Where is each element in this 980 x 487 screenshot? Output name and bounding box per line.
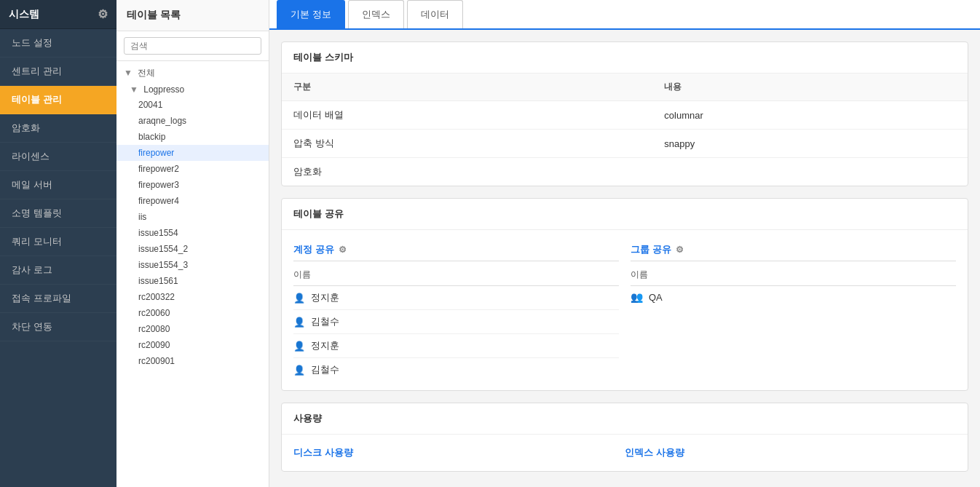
account-sharing-gear-icon[interactable]: ⚙ xyxy=(339,245,347,255)
sidebar-item-license[interactable]: 라이센스 xyxy=(0,143,116,171)
sidebar-item-encrypt[interactable]: 암호화 xyxy=(0,114,116,143)
user-name: 김철수 xyxy=(311,363,339,376)
sidebar-header: 시스템 ⚙ xyxy=(0,0,116,29)
tree-item[interactable]: issue1554_2 xyxy=(116,241,269,257)
user-icon: 👤 xyxy=(293,317,305,328)
schema-col-header-2: 내용 xyxy=(652,74,968,101)
schema-key: 암호화 xyxy=(282,158,652,186)
sidebar-title: 시스템 xyxy=(9,8,39,21)
sharing-section: 테이블 공유 계정 공유 ⚙ 이름 👤정지훈👤김철수👤정지훈👤김철수 xyxy=(281,198,968,391)
group-name: QA xyxy=(649,292,663,303)
table-row: 데이터 배열columnar xyxy=(282,101,968,130)
tree-item[interactable]: issue1554 xyxy=(116,225,269,241)
user-name: 정지훈 xyxy=(311,339,339,352)
collapse-icon: ▼ xyxy=(124,68,133,78)
list-item: 👥QA xyxy=(631,286,956,308)
user-icon: 👤 xyxy=(293,293,305,304)
sidebar-menu: 노드 설정센트리 관리테이블 관리암호화라이센스메일 서버소명 템플릿쿼리 모니… xyxy=(0,29,116,341)
table-list-tree: ▼ 전체 ▼ Logpresso 20041araqne_logsblackip… xyxy=(116,61,269,487)
search-input[interactable] xyxy=(124,37,261,55)
user-name: 김철수 xyxy=(311,315,339,328)
tab-basic[interactable]: 기본 정보 xyxy=(277,0,345,28)
sidebar-item-profile[interactable]: 접속 프로파일 xyxy=(0,285,116,313)
list-item: 👤김철수 xyxy=(293,358,619,381)
tree-item[interactable]: rc200322 xyxy=(116,289,269,305)
schema-title: 테이블 스키마 xyxy=(282,42,968,74)
tree-item[interactable]: rc20060 xyxy=(116,305,269,321)
sidebar-item-table[interactable]: 테이블 관리 xyxy=(0,86,116,114)
group-sharing-label: 그룹 공유 xyxy=(631,243,671,256)
tree-item[interactable]: araqne_logs xyxy=(116,113,269,129)
group-icon: 👥 xyxy=(631,291,643,303)
tabs-bar: 기본 정보인덱스데이터 xyxy=(269,0,980,30)
user-icon: 👤 xyxy=(293,341,305,352)
table-row: 압축 방식snappy xyxy=(282,130,968,158)
tree-items-container: 20041araqne_logsblackipfirepowerfirepowe… xyxy=(116,97,269,369)
index-usage-label: 인덱스 사용량 xyxy=(625,443,956,462)
content-scroll: 테이블 스키마 구분 내용 데이터 배열columnar압축 방식snappy암… xyxy=(269,30,980,487)
index-usage-col: 인덱스 사용량 xyxy=(625,443,956,462)
sidebar-item-mail[interactable]: 메일 서버 xyxy=(0,171,116,199)
tab-index[interactable]: 인덱스 xyxy=(348,0,404,28)
table-row: 암호화 xyxy=(282,158,968,186)
tree-item[interactable]: firepower2 xyxy=(116,161,269,177)
sidebar-item-template[interactable]: 소명 템플릿 xyxy=(0,199,116,228)
schema-col-header-1: 구분 xyxy=(282,74,652,101)
usage-content: 디스크 사용량 인덱스 사용량 xyxy=(282,435,968,471)
collapse-icon: ▼ xyxy=(130,84,138,95)
group-name-header: 이름 xyxy=(631,264,956,286)
group-rows-container: 👥QA xyxy=(631,286,956,308)
table-list-panel: 테이블 목록 ▼ 전체 ▼ Logpresso 20041araqne_logs… xyxy=(116,0,269,487)
schema-key: 압축 방식 xyxy=(282,130,652,158)
schema-section: 테이블 스키마 구분 내용 데이터 배열columnar압축 방식snappy암… xyxy=(281,41,968,186)
tree-item[interactable]: issue1554_3 xyxy=(116,257,269,273)
tree-subgroup-logpresso: ▼ Logpresso xyxy=(116,82,269,97)
schema-table: 구분 내용 데이터 배열columnar압축 방식snappy암호화 xyxy=(282,74,968,186)
sidebar-item-block[interactable]: 차단 연동 xyxy=(0,313,116,341)
account-sharing-label: 계정 공유 xyxy=(293,243,334,256)
sharing-columns: 계정 공유 ⚙ 이름 👤정지훈👤김철수👤정지훈👤김철수 그룹 공유 ⚙ 이름 xyxy=(293,239,956,381)
group-sharing-header: 그룹 공유 ⚙ xyxy=(631,239,956,261)
tree-item[interactable]: rc20090 xyxy=(116,337,269,353)
usage-title: 사용량 xyxy=(282,403,968,435)
schema-value: columnar xyxy=(652,101,968,130)
sidebar-item-query[interactable]: 쿼리 모니터 xyxy=(0,228,116,256)
usage-columns: 디스크 사용량 인덱스 사용량 xyxy=(293,443,956,462)
tree-item[interactable]: rc200901 xyxy=(116,353,269,369)
user-icon: 👤 xyxy=(293,365,305,376)
usage-section: 사용량 디스크 사용량 인덱스 사용량 xyxy=(281,403,968,472)
list-item: 👤정지훈 xyxy=(293,334,619,358)
schema-value: snappy xyxy=(652,130,968,158)
tree-item[interactable]: blackip xyxy=(116,129,269,145)
sidebar-item-audit[interactable]: 감사 로그 xyxy=(0,256,116,285)
tree-item[interactable]: rc20080 xyxy=(116,321,269,337)
disk-usage-label: 디스크 사용량 xyxy=(293,443,625,462)
account-sharing-header: 계정 공유 ⚙ xyxy=(293,239,619,261)
list-item: 👤정지훈 xyxy=(293,286,619,310)
tab-data[interactable]: 데이터 xyxy=(407,0,463,28)
main-content: 기본 정보인덱스데이터 테이블 스키마 구분 내용 데이터 배열columnar… xyxy=(269,0,980,487)
sidebar-item-node[interactable]: 노드 설정 xyxy=(0,29,116,58)
sidebar: 시스템 ⚙ 노드 설정센트리 관리테이블 관리암호화라이센스메일 서버소명 템플… xyxy=(0,0,116,487)
account-name-header: 이름 xyxy=(293,264,619,286)
schema-value xyxy=(652,158,968,186)
tree-item[interactable]: firepower xyxy=(116,145,269,161)
table-list-header: 테이블 목록 xyxy=(116,0,269,31)
tree-item[interactable]: issue1561 xyxy=(116,273,269,289)
sharing-title: 테이블 공유 xyxy=(282,199,968,230)
user-name: 정지훈 xyxy=(311,291,339,304)
disk-usage-col: 디스크 사용량 xyxy=(293,443,625,462)
list-item: 👤김철수 xyxy=(293,310,619,334)
schema-key: 데이터 배열 xyxy=(282,101,652,130)
group-sharing-gear-icon[interactable]: ⚙ xyxy=(676,245,684,255)
tree-all-label: ▼ 전체 xyxy=(116,64,269,82)
gear-icon[interactable]: ⚙ xyxy=(98,7,108,21)
tree-item[interactable]: 20041 xyxy=(116,97,269,113)
tree-item[interactable]: iis xyxy=(116,209,269,225)
tree-item[interactable]: firepower4 xyxy=(116,193,269,209)
account-sharing-col: 계정 공유 ⚙ 이름 👤정지훈👤김철수👤정지훈👤김철수 xyxy=(293,239,631,381)
sidebar-item-sentry[interactable]: 센트리 관리 xyxy=(0,58,116,86)
sharing-content: 계정 공유 ⚙ 이름 👤정지훈👤김철수👤정지훈👤김철수 그룹 공유 ⚙ 이름 xyxy=(282,230,968,390)
tree-item[interactable]: firepower3 xyxy=(116,177,269,193)
table-list-search-container xyxy=(116,31,269,61)
